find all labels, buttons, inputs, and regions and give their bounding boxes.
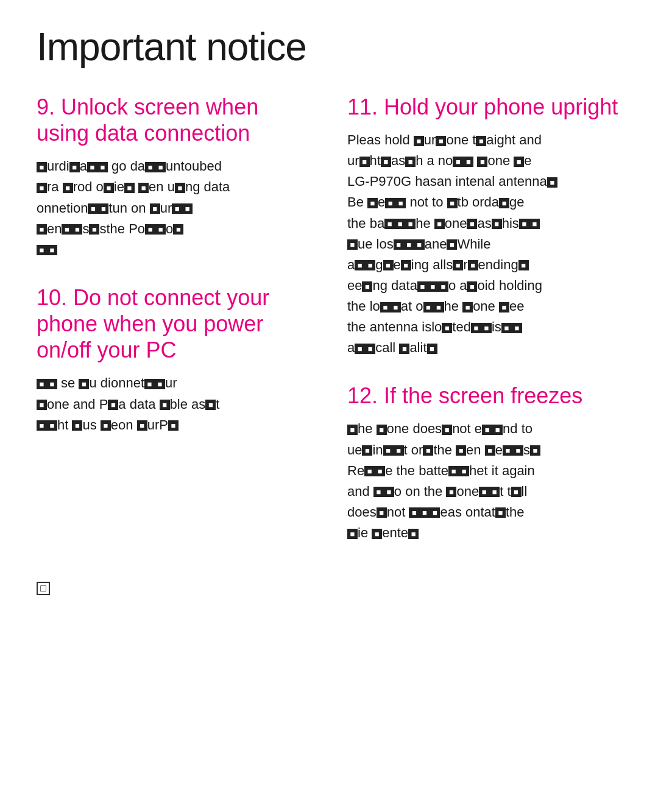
garbled-char: ■ [503, 445, 513, 456]
garbled-char: ■ [467, 281, 477, 292]
garbled-char: ■ [438, 281, 448, 292]
garbled-char: ■ [427, 344, 437, 354]
garbled-char: ■ [372, 529, 382, 539]
section-10: 10. Do not connect your phone when you p… [37, 284, 311, 436]
garbled-char: ■ [172, 203, 182, 214]
section-12-heading: 12. If the screen freezes [347, 383, 621, 409]
garbled-char: ■ [383, 445, 394, 456]
garbled-char: ■ [471, 323, 481, 333]
section-11-body: Pleas hold ■ur■one t■aight and ur■ht■as■… [347, 130, 621, 358]
garbled-char: ■ [409, 507, 419, 518]
garbled-char: ■ [365, 260, 375, 270]
garbled-char: ■ [62, 224, 72, 235]
garbled-char: ■ [89, 224, 99, 235]
garbled-char: ■ [385, 198, 395, 208]
garbled-char: ■ [384, 487, 394, 497]
garbled-char: ■ [405, 219, 416, 229]
garbled-char: ■ [391, 302, 401, 312]
garbled-char: ■ [37, 379, 47, 389]
garbled-char: ■ [155, 224, 166, 235]
garbled-char: ■ [362, 281, 372, 292]
garbled-char: ■ [365, 344, 375, 354]
garbled-char: ■ [173, 224, 183, 235]
garbled-char: ■ [495, 507, 506, 518]
section-10-body: ■■ se ■u dionnet■■ur ■one and P■a data ■… [37, 373, 311, 435]
garbled-char: ■ [453, 260, 463, 270]
footer-symbol: □ [37, 582, 50, 595]
garbled-char: ■ [145, 224, 155, 235]
garbled-char: ■ [447, 239, 457, 250]
garbled-char: ■ [414, 136, 424, 146]
garbled-char: ■ [155, 162, 166, 172]
garbled-char: ■ [138, 183, 149, 193]
left-column: 9. Unlock screen when using data connect… [37, 94, 311, 595]
garbled-char: ■ [72, 224, 82, 235]
garbled-char: ■ [518, 260, 529, 270]
garbled-char: ■ [456, 445, 466, 456]
garbled-char: ■ [394, 445, 404, 456]
garbled-char: ■ [160, 400, 170, 410]
garbled-char: ■ [459, 466, 469, 476]
garbled-char: ■ [144, 379, 155, 389]
garbled-char: ■ [37, 420, 47, 431]
garbled-char: ■ [399, 344, 409, 354]
garbled-char: ■ [79, 379, 89, 389]
section-9-heading: 9. Unlock screen when using data connect… [37, 94, 311, 146]
garbled-char: ■ [347, 529, 358, 539]
garbled-char: ■ [124, 183, 135, 193]
section-11-heading: 11. Hold your phone upright [347, 94, 621, 120]
section-12-body: ■he ■one does■not e■■nd to ue■in■■t or■t… [347, 418, 621, 543]
garbled-char: ■ [463, 157, 473, 167]
garbled-char: ■ [182, 203, 193, 214]
content-grid: 9. Unlock screen when using data connect… [37, 94, 621, 595]
garbled-char: ■ [359, 157, 370, 167]
garbled-char: ■ [37, 183, 47, 193]
garbled-char: ■ [467, 219, 477, 229]
garbled-char: ■ [428, 281, 438, 292]
garbled-char: ■ [514, 157, 524, 167]
garbled-char: ■ [434, 219, 445, 229]
garbled-char: ■ [423, 445, 433, 456]
garbled-char: ■ [175, 183, 185, 193]
garbled-char: ■ [476, 136, 486, 146]
garbled-char: ■ [377, 425, 387, 435]
garbled-char: ■ [479, 487, 489, 497]
section-10-heading: 10. Do not connect your phone when you p… [37, 284, 311, 364]
section-9: 9. Unlock screen when using data connect… [37, 94, 311, 260]
garbled-char: ■ [384, 219, 395, 229]
garbled-char: ■ [355, 344, 365, 354]
garbled-char: ■ [530, 445, 540, 456]
garbled-char: ■ [501, 323, 512, 333]
garbled-char: ■ [375, 466, 385, 476]
garbled-char: ■ [373, 487, 384, 497]
garbled-char: ■ [377, 507, 387, 518]
garbled-char: ■ [499, 198, 509, 208]
garbled-char: ■ [442, 425, 452, 435]
right-column: 11. Hold your phone upright Pleas hold ■… [347, 94, 621, 595]
garbled-char: ■ [395, 219, 405, 229]
garbled-char: ■ [108, 400, 118, 410]
garbled-char: ■ [145, 162, 155, 172]
section-9-body: ■urdi■a■■ go da■■untoubed ■ra ■rod o■ie■… [37, 156, 311, 259]
garbled-char: ■ [511, 487, 522, 497]
garbled-char: ■ [405, 157, 416, 167]
garbled-char: ■ [453, 157, 463, 167]
garbled-char: ■ [417, 281, 428, 292]
garbled-char: ■ [381, 157, 391, 167]
garbled-char: ■ [394, 239, 404, 250]
garbled-char: ■ [155, 379, 165, 389]
garbled-char: ■ [468, 260, 478, 270]
garbled-char: ■ [47, 245, 57, 255]
garbled-char: ■ [355, 260, 365, 270]
garbled-char: ■ [101, 420, 111, 431]
garbled-char: ■ [512, 323, 522, 333]
garbled-char: ■ [408, 529, 419, 539]
garbled-char: ■ [367, 198, 378, 208]
garbled-char: ■ [137, 420, 147, 431]
garbled-char: ■ [383, 260, 394, 270]
garbled-char: ■ [434, 302, 444, 312]
garbled-char: ■ [380, 302, 391, 312]
garbled-char: ■ [414, 239, 425, 250]
garbled-char: ■ [462, 302, 473, 312]
garbled-char: ■ [482, 425, 492, 435]
